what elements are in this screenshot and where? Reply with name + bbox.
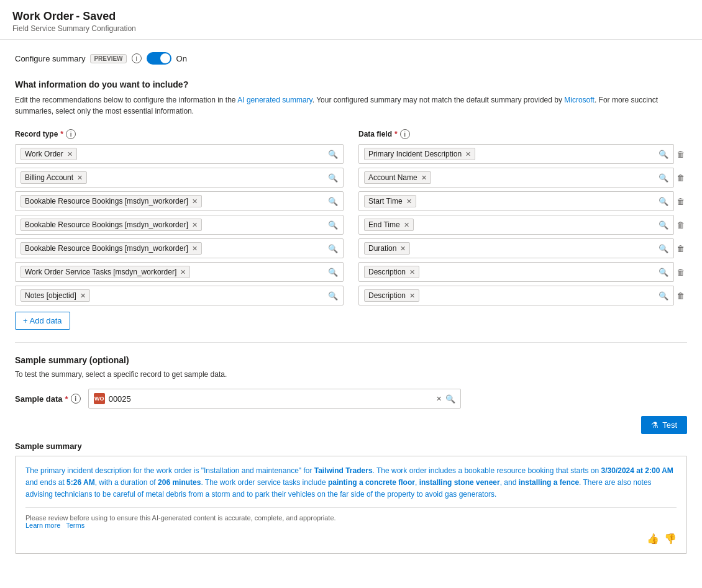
thumbs-down-button[interactable]: 👎 (664, 533, 677, 545)
data-field-tag-7-close[interactable]: ✕ (409, 292, 415, 300)
configure-label: Configure summary (15, 54, 85, 63)
record-row-4: Bookable Resource Bookings [msdyn_workor… (15, 215, 344, 235)
data-field-row-3: Start Time ✕ 🔍 🗑 (358, 191, 687, 211)
record-type-column: Record type * i Work Order ✕ 🔍 Billing A… (15, 129, 344, 309)
data-field-6-search[interactable]: 🔍 (659, 268, 668, 277)
terms-link[interactable]: Terms (66, 522, 84, 529)
record-type-header: Record type * i (15, 129, 344, 139)
data-field-tag-3: Start Time ✕ (364, 195, 416, 207)
feedback-row: 👍 👎 (25, 533, 677, 545)
data-field-7-delete[interactable]: 🗑 (674, 289, 687, 303)
record-row-4-search[interactable]: 🔍 (328, 220, 338, 230)
sample-summary-title: Sample summary (15, 441, 687, 451)
data-field-6-delete[interactable]: 🗑 (674, 265, 687, 279)
microsoft-link[interactable]: Microsoft (564, 96, 595, 104)
fields-wrapper: Record type * i Work Order ✕ 🔍 Billing A… (15, 129, 687, 309)
page-subtitle: Field Service Summary Configuration (12, 24, 690, 33)
record-row-5-search[interactable]: 🔍 (328, 244, 338, 253)
learn-more-link[interactable]: Learn more (25, 522, 60, 529)
data-field-input-3: Start Time ✕ 🔍 (358, 191, 674, 211)
data-field-tag-1-close[interactable]: ✕ (465, 150, 471, 158)
data-field-tag-4-close[interactable]: ✕ (404, 221, 409, 229)
record-tag-5-close[interactable]: ✕ (192, 245, 198, 253)
record-row-2-search[interactable]: 🔍 (328, 173, 338, 183)
ai-link[interactable]: AI generated summary (237, 96, 312, 104)
data-field-input-4: End Time ✕ 🔍 (358, 215, 674, 235)
sample-section-title: Sample summary (optional) (15, 355, 687, 365)
data-field-row-5: Duration ✕ 🔍 🗑 (358, 238, 687, 258)
sample-data-row: Sample data * i WO 00025 ✕ 🔍 (15, 389, 687, 409)
record-tag-7-close[interactable]: ✕ (80, 292, 86, 300)
record-row-5: Bookable Resource Bookings [msdyn_workor… (15, 238, 344, 258)
record-tag-4-close[interactable]: ✕ (192, 221, 198, 229)
add-data-button[interactable]: + Add data (15, 312, 70, 330)
data-field-row-2: Account Name ✕ 🔍 🗑 (358, 168, 687, 188)
data-field-tag-2: Account Name ✕ (364, 171, 431, 184)
data-field-5-delete[interactable]: 🗑 (674, 242, 687, 256)
data-field-tag-3-close[interactable]: ✕ (406, 197, 412, 206)
data-field-header: Data field * i (358, 129, 687, 139)
summary-text: The primary incident description for the… (25, 465, 677, 501)
data-field-2-delete[interactable]: 🗑 (674, 171, 687, 185)
record-tag-2-close[interactable]: ✕ (77, 174, 83, 182)
record-row-6-search[interactable]: 🔍 (328, 268, 338, 277)
data-field-row-6: Description ✕ 🔍 🗑 (358, 262, 687, 282)
data-field-label: Data field (358, 130, 392, 138)
data-field-tag-2-close[interactable]: ✕ (421, 174, 427, 182)
record-tag-5: Bookable Resource Bookings [msdyn_workor… (21, 242, 202, 255)
data-field-tag-6: Description ✕ (364, 266, 419, 278)
data-field-row-7: Description ✕ 🔍 🗑 (358, 286, 687, 305)
record-row-7-search[interactable]: 🔍 (328, 291, 338, 301)
data-field-column: Data field * i Primary Incident Descript… (358, 129, 687, 309)
sample-section-description: To test the summary, select a specific r… (15, 370, 687, 379)
record-row-3-search[interactable]: 🔍 (328, 197, 338, 206)
data-field-input-5: Duration ✕ 🔍 (358, 238, 674, 258)
data-field-3-search[interactable]: 🔍 (659, 197, 668, 206)
thumbs-up-button[interactable]: 👍 (647, 533, 659, 545)
record-type-info-icon[interactable]: i (66, 129, 76, 139)
data-field-tag-4: End Time ✕ (364, 219, 414, 231)
page-header: Work Order - Saved Field Service Summary… (0, 0, 702, 40)
data-field-4-search[interactable]: 🔍 (659, 220, 668, 230)
record-tag-1: Work Order ✕ (21, 148, 77, 160)
test-btn-row: ⚗ Test (15, 416, 687, 434)
record-row-2: Billing Account ✕ 🔍 (15, 168, 344, 188)
record-tag-1-close[interactable]: ✕ (67, 150, 73, 158)
configure-info-icon[interactable]: i (132, 53, 142, 63)
data-field-input-2: Account Name ✕ 🔍 (358, 168, 674, 188)
data-field-5-search[interactable]: 🔍 (659, 244, 668, 253)
test-icon: ⚗ (651, 420, 659, 430)
data-field-tag-6-close[interactable]: ✕ (409, 268, 415, 276)
record-row-1-search[interactable]: 🔍 (328, 150, 338, 159)
sample-data-input[interactable]: WO 00025 ✕ 🔍 (88, 389, 461, 409)
record-tag-6: Work Order Service Tasks [msdyn_workorde… (21, 266, 190, 278)
record-tag-4: Bookable Resource Bookings [msdyn_workor… (21, 219, 202, 231)
data-field-7-search[interactable]: 🔍 (659, 291, 668, 301)
data-field-input-1: Primary Incident Description ✕ 🔍 (358, 144, 674, 164)
section-description: Edit the recommendations below to config… (15, 94, 687, 117)
saved-label: - Saved (76, 10, 116, 22)
data-field-2-search[interactable]: 🔍 (659, 173, 668, 183)
data-field-info-icon[interactable]: i (400, 129, 410, 139)
data-field-1-delete[interactable]: 🗑 (674, 147, 687, 161)
record-row-6: Work Order Service Tasks [msdyn_workorde… (15, 262, 344, 282)
page-title: Work Order (12, 10, 74, 22)
record-icon: WO (94, 393, 105, 404)
preview-badge: PREVIEW (90, 54, 126, 63)
data-field-row-4: End Time ✕ 🔍 🗑 (358, 215, 687, 235)
record-tag-3-close[interactable]: ✕ (192, 197, 198, 206)
data-field-4-delete[interactable]: 🗑 (674, 218, 687, 232)
data-field-tag-5-close[interactable]: ✕ (400, 245, 406, 253)
data-field-3-delete[interactable]: 🗑 (674, 194, 687, 209)
sample-data-info-icon[interactable]: i (71, 394, 81, 404)
sample-data-close[interactable]: ✕ (436, 395, 442, 403)
summary-toggle[interactable] (147, 52, 171, 65)
record-tag-2: Billing Account ✕ (21, 171, 87, 184)
record-tag-6-close[interactable]: ✕ (180, 268, 186, 276)
sample-search-icon[interactable]: 🔍 (445, 394, 455, 404)
data-field-required: * (394, 130, 398, 138)
test-button[interactable]: ⚗ Test (641, 416, 687, 434)
data-field-1-search[interactable]: 🔍 (659, 150, 668, 159)
data-field-row-1: Primary Incident Description ✕ 🔍 🗑 (358, 144, 687, 164)
sample-data-required: * (65, 394, 68, 404)
